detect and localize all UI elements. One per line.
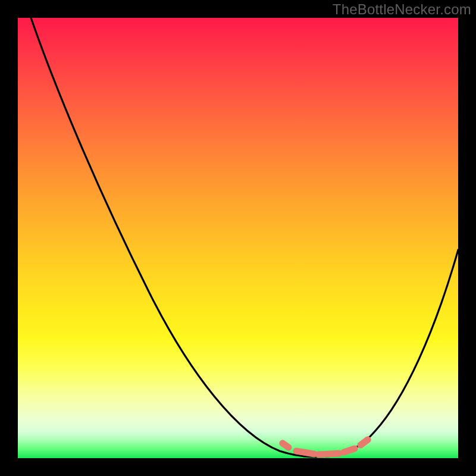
svg-point-0: [280, 440, 286, 447]
chart-frame: TheBottleNecker.com: [0, 0, 476, 476]
svg-point-1: [365, 437, 371, 443]
highlight-band: [283, 440, 368, 455]
bottleneck-curve: [31, 18, 458, 457]
plot-area: [18, 18, 458, 458]
curve-layer: [18, 18, 458, 458]
watermark-text: TheBottleNecker.com: [333, 1, 471, 18]
highlight-dots: [280, 437, 371, 447]
